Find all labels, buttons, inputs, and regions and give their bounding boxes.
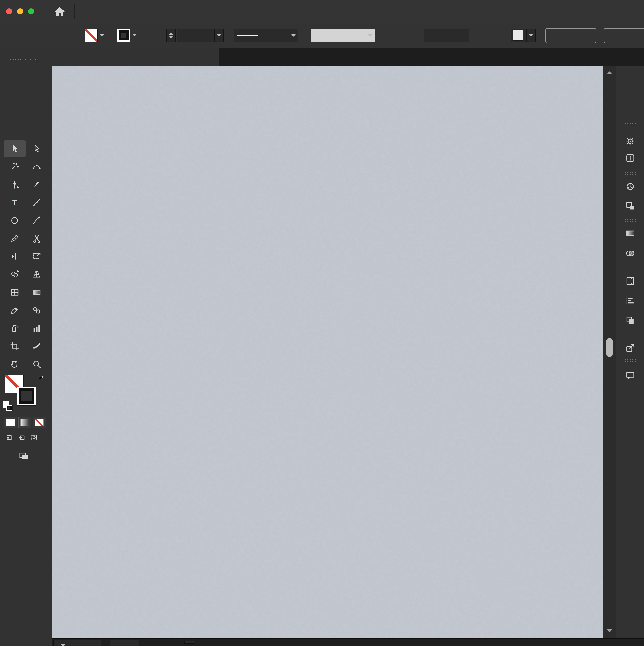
selection-tool[interactable]: [4, 140, 26, 157]
title-bar: [0, 0, 644, 23]
line-segment-tool[interactable]: [26, 194, 48, 211]
eyedropper-tool[interactable]: [4, 302, 26, 319]
document-setup-button[interactable]: [545, 28, 596, 43]
stroke-profile-preview: [237, 35, 258, 36]
pen-tool[interactable]: [4, 176, 26, 193]
align-icon[interactable]: [625, 295, 636, 306]
close-window-button[interactable]: [6, 8, 12, 14]
chevron-down-icon: [291, 34, 296, 37]
titlebar-separator: [74, 4, 75, 19]
comment-icon[interactable]: [625, 370, 636, 381]
artboard-navigation: [170, 641, 208, 644]
slice-tool[interactable]: [26, 338, 48, 354]
none-slash: [35, 419, 43, 426]
opacity-combobox[interactable]: [424, 29, 459, 42]
magic-wand-tool[interactable]: [4, 158, 26, 175]
home-icon[interactable]: [53, 5, 68, 18]
combobox-chevron[interactable]: [526, 29, 535, 42]
swap-fill-stroke-icon[interactable]: [37, 375, 46, 384]
gradient-button[interactable]: [18, 417, 31, 428]
blend-tool[interactable]: [26, 302, 48, 319]
brush-definition-combobox[interactable]: [311, 29, 375, 42]
zoom-window-button[interactable]: [28, 8, 34, 14]
svg-text:T: T: [12, 198, 17, 207]
ellipse-tool[interactable]: [4, 212, 26, 229]
style-combobox[interactable]: [511, 29, 536, 42]
scroll-down-icon[interactable]: [607, 629, 612, 633]
artwork: [52, 66, 603, 638]
gradient-panel-icon[interactable]: [625, 228, 636, 239]
screen-mode-icon[interactable]: [18, 450, 30, 461]
pathfinder-icon[interactable]: [625, 315, 636, 326]
shape-builder-tool[interactable]: [4, 266, 26, 283]
stroke-weight-stepper[interactable]: [166, 29, 176, 42]
default-fill-stroke-icon[interactable]: [3, 401, 15, 413]
gear-icon[interactable]: [625, 136, 636, 147]
combobox-chevron[interactable]: [289, 29, 298, 42]
mesh-tool[interactable]: [4, 284, 26, 301]
chevron-down-icon: [61, 644, 66, 646]
draw-normal-mode-icon[interactable]: [4, 433, 13, 442]
chevron-down-icon: [368, 34, 373, 37]
smooth-tool[interactable]: [26, 176, 48, 193]
dock-grip-handle[interactable]: [624, 171, 636, 175]
vertical-scrollbar[interactable]: [603, 66, 616, 638]
panel-dock: [616, 66, 644, 638]
draw-behind-mode-icon[interactable]: [17, 433, 26, 442]
hand-tool[interactable]: [4, 356, 26, 372]
control-bar: [0, 23, 644, 48]
color-wheel-icon[interactable]: [625, 181, 636, 192]
draw-inside-mode-icon[interactable]: [30, 433, 39, 442]
dock-grip-handle[interactable]: [624, 219, 636, 222]
column-graph-tool[interactable]: [26, 320, 48, 336]
opacity-more-button[interactable]: [458, 29, 470, 42]
none-button[interactable]: [33, 417, 46, 428]
artboard-number-field[interactable]: [184, 641, 194, 644]
stroke-hole: [8, 407, 10, 409]
combobox-chevron[interactable]: [214, 29, 224, 42]
stroke-weight-combobox[interactable]: [177, 29, 224, 42]
chevron-down-icon: [132, 34, 137, 36]
document-tab[interactable]: [52, 47, 219, 66]
pencil-tool[interactable]: [4, 230, 26, 247]
width-tool[interactable]: [4, 248, 26, 265]
curvature-tool[interactable]: [26, 158, 48, 175]
stepper-up-icon: [169, 32, 173, 34]
artboards-icon[interactable]: [625, 200, 636, 211]
symbol-sprayer-tool[interactable]: [4, 320, 26, 336]
dock-grip-handle[interactable]: [624, 122, 636, 125]
zoom-level-combobox[interactable]: [53, 640, 101, 646]
direct-selection-tool[interactable]: [26, 140, 48, 157]
info-icon[interactable]: [625, 152, 636, 164]
stroke-swatch-dropdown[interactable]: [130, 29, 139, 41]
toolbar-grip-handle[interactable]: [9, 59, 40, 61]
zoom-tool[interactable]: [26, 356, 48, 372]
stroke-color-swatch[interactable]: [117, 29, 130, 42]
fill-swatch-dropdown[interactable]: [98, 29, 106, 41]
status-bar: [52, 638, 644, 646]
fill-color-swatch[interactable]: [85, 29, 98, 42]
scissors-tool[interactable]: [26, 230, 48, 247]
transform-icon[interactable]: [625, 276, 636, 287]
rotation-combobox[interactable]: [110, 640, 139, 646]
artboard-tool[interactable]: [4, 338, 26, 354]
combobox-chevron[interactable]: [366, 29, 375, 42]
document-canvas[interactable]: [52, 66, 603, 638]
export-icon[interactable]: [625, 343, 636, 354]
scrollbar-thumb[interactable]: [607, 338, 613, 357]
paintbrush-tool[interactable]: [26, 212, 48, 229]
dock-grip-handle[interactable]: [624, 266, 636, 270]
dock-grip-handle[interactable]: [624, 359, 636, 362]
width-profile-combobox[interactable]: [234, 29, 298, 42]
preferences-button[interactable]: [604, 28, 644, 43]
tools-panel: T: [0, 66, 52, 646]
color-button[interactable]: [4, 417, 17, 428]
transparency-icon[interactable]: [625, 248, 636, 259]
scroll-up-icon[interactable]: [607, 71, 612, 74]
free-transform-tool[interactable]: [26, 248, 48, 265]
type-tool[interactable]: T: [4, 194, 26, 211]
gradient-tool[interactable]: [26, 284, 48, 301]
minimize-window-button[interactable]: [17, 8, 23, 14]
perspective-grid-tool[interactable]: [26, 266, 48, 283]
stroke-proxy-swatch[interactable]: [17, 387, 36, 406]
